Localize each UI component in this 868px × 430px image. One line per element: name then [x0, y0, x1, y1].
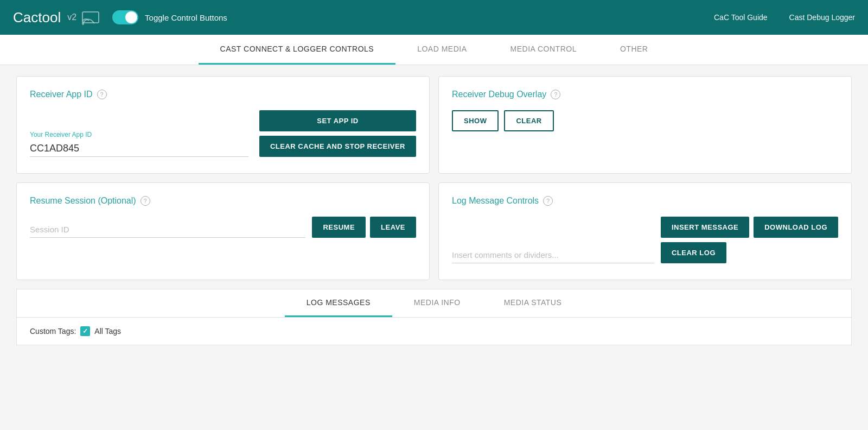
set-app-id-button[interactable]: SET APP ID — [259, 110, 416, 131]
custom-tags-row: Custom Tags: All Tags — [30, 326, 838, 336]
toggle-control-buttons-switch[interactable] — [112, 10, 138, 24]
log-message-controls-panel: Log Message Controls ? INSERT MESSAGE DO… — [438, 182, 852, 280]
log-section: LOG MESSAGES MEDIA INFO MEDIA STATUS Cus… — [16, 289, 852, 345]
resume-session-panel: Resume Session (Optional) ? RESUME LEAVE — [16, 182, 430, 280]
main-tabs-bar: CAST CONNECT & LOGGER CONTROLS LOAD MEDI… — [0, 35, 868, 65]
receiver-app-id-input-label: Your Receiver App ID — [30, 131, 248, 138]
all-tags-label: All Tags — [94, 327, 121, 336]
resume-session-title-text: Resume Session (Optional) — [30, 196, 136, 206]
log-message-controls-title-text: Log Message Controls — [452, 196, 539, 206]
clear-cache-stop-receiver-button[interactable]: CLEAR CACHE AND STOP RECEIVER — [259, 136, 416, 157]
cast-icon — [82, 10, 101, 25]
receiver-debug-help-icon[interactable]: ? — [551, 90, 560, 99]
resume-session-content: RESUME LEAVE — [30, 217, 416, 238]
app-header: Cactool v2 Toggle Control Buttons CaC To… — [0, 0, 868, 35]
receiver-app-id-buttons: SET APP ID CLEAR CACHE AND STOP RECEIVER — [259, 110, 416, 157]
download-log-button[interactable]: DOWNLOAD LOG — [754, 217, 838, 238]
logo-text: Cactool — [13, 9, 61, 26]
logo-version: v2 — [67, 12, 76, 22]
resume-session-help-icon[interactable]: ? — [141, 196, 150, 206]
show-debug-overlay-button[interactable]: SHOW — [452, 110, 499, 131]
clear-debug-overlay-button[interactable]: CLEAR — [504, 110, 553, 131]
resume-session-title: Resume Session (Optional) ? — [30, 196, 416, 206]
main-content: Receiver App ID ? Your Receiver App ID S… — [0, 65, 868, 356]
logo-area: Cactool v2 — [13, 9, 101, 26]
panels-grid: Receiver App ID ? Your Receiver App ID S… — [16, 76, 852, 280]
tab-cast-connect[interactable]: CAST CONNECT & LOGGER CONTROLS — [199, 35, 396, 65]
receiver-app-id-title-text: Receiver App ID — [30, 90, 93, 99]
cac-tool-guide-link[interactable]: CaC Tool Guide — [714, 13, 768, 22]
tab-other[interactable]: OTHER — [598, 35, 670, 65]
receiver-app-id-panel: Receiver App ID ? Your Receiver App ID S… — [16, 76, 430, 174]
log-content: Custom Tags: All Tags — [17, 318, 851, 345]
receiver-debug-overlay-title: Receiver Debug Overlay ? — [452, 90, 838, 99]
log-controls-top-row: INSERT MESSAGE DOWNLOAD LOG — [661, 217, 838, 238]
log-tab-media-info[interactable]: MEDIA INFO — [392, 289, 482, 317]
log-tab-log-messages[interactable]: LOG MESSAGES — [285, 289, 392, 317]
receiver-debug-overlay-title-text: Receiver Debug Overlay — [452, 90, 546, 99]
log-message-controls-title: Log Message Controls ? — [452, 196, 838, 206]
custom-tags-label: Custom Tags: — [30, 327, 76, 336]
receiver-app-id-field[interactable] — [30, 141, 248, 157]
toggle-area: Toggle Control Buttons — [112, 10, 227, 24]
receiver-app-id-input-area: Your Receiver App ID — [30, 131, 248, 157]
svg-point-1 — [82, 23, 84, 25]
tab-media-control[interactable]: MEDIA CONTROL — [489, 35, 598, 65]
cast-debug-logger-link[interactable]: Cast Debug Logger — [789, 13, 855, 22]
receiver-debug-overlay-panel: Receiver Debug Overlay ? SHOW CLEAR — [438, 76, 852, 174]
resume-session-buttons: RESUME LEAVE — [312, 217, 416, 238]
tab-load-media[interactable]: LOAD MEDIA — [395, 35, 488, 65]
log-comment-field[interactable] — [452, 249, 654, 263]
log-tab-media-status[interactable]: MEDIA STATUS — [482, 289, 584, 317]
log-controls-content: INSERT MESSAGE DOWNLOAD LOG CLEAR LOG — [452, 217, 838, 263]
log-tabs-bar: LOG MESSAGES MEDIA INFO MEDIA STATUS — [17, 289, 851, 318]
log-controls-buttons: INSERT MESSAGE DOWNLOAD LOG CLEAR LOG — [661, 217, 838, 263]
session-id-input-area — [30, 222, 305, 238]
resume-button[interactable]: RESUME — [312, 217, 366, 238]
all-tags-checkbox[interactable] — [80, 326, 90, 336]
receiver-app-id-help-icon[interactable]: ? — [97, 90, 107, 99]
insert-message-button[interactable]: INSERT MESSAGE — [661, 217, 749, 238]
leave-button[interactable]: LEAVE — [370, 217, 416, 238]
log-message-controls-help-icon[interactable]: ? — [543, 196, 553, 206]
receiver-app-id-content: Your Receiver App ID SET APP ID CLEAR CA… — [30, 110, 416, 157]
receiver-debug-buttons: SHOW CLEAR — [452, 110, 838, 131]
receiver-app-id-title: Receiver App ID ? — [30, 90, 416, 99]
toggle-label: Toggle Control Buttons — [145, 13, 227, 22]
session-id-field[interactable] — [30, 222, 305, 238]
clear-log-button[interactable]: CLEAR LOG — [661, 242, 726, 263]
header-nav: CaC Tool Guide Cast Debug Logger — [714, 13, 855, 22]
